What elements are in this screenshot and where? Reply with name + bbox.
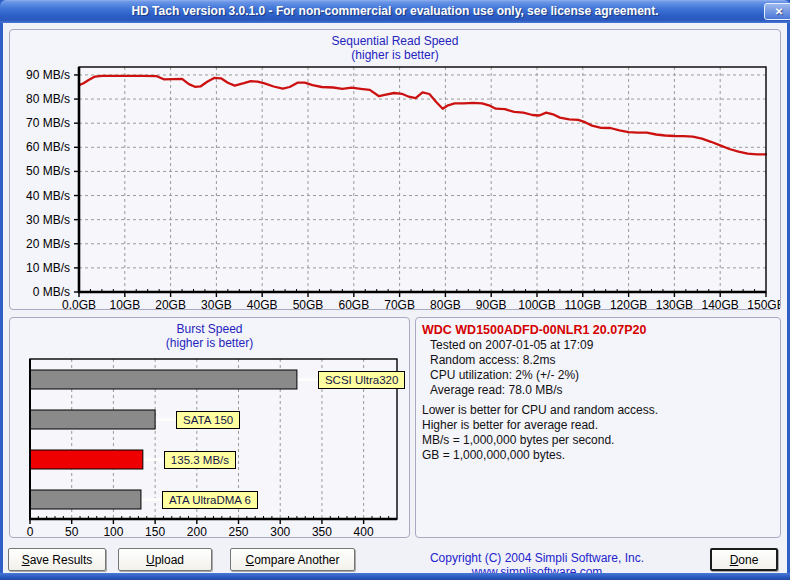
sequential-read-chart: 0 MB/s10 MB/s20 MB/s30 MB/s40 MB/s50 MB/…: [10, 30, 780, 309]
bar-label: 135.3 MB/s: [164, 451, 236, 469]
drive-info-panel: WDC WD1500ADFD-00NLR1 20.07P20 Tested on…: [415, 317, 781, 538]
svg-text:10GB: 10GB: [109, 298, 140, 309]
svg-text:10 MB/s: 10 MB/s: [26, 261, 70, 275]
bar-label: ATA UltraDMA 6: [162, 491, 258, 509]
random-access-line: Random access: 8.2ms: [422, 353, 774, 368]
svg-text:0: 0: [27, 525, 34, 537]
client-area: Sequential Read Speed (higher is better)…: [3, 23, 787, 573]
svg-text:80GB: 80GB: [430, 298, 461, 309]
svg-text:140GB: 140GB: [702, 298, 739, 309]
svg-text:110GB: 110GB: [565, 298, 601, 309]
hdtach-window: HD Tach version 3.0.1.0 - For non-commer…: [0, 0, 790, 580]
tested-on-line: Tested on 2007-01-05 at 17:09: [422, 338, 774, 353]
window-title: HD Tach version 3.0.1.0 - For non-commer…: [131, 4, 658, 18]
upload-results-button[interactable]: Upload Results: [118, 548, 212, 571]
done-button[interactable]: Done: [710, 548, 778, 571]
note-read: Higher is better for average read.: [422, 418, 774, 433]
sequential-read-panel: Sequential Read Speed (higher is better)…: [9, 29, 781, 310]
svg-text:30GB: 30GB: [201, 298, 232, 309]
svg-text:120GB: 120GB: [610, 298, 647, 309]
svg-text:0 MB/s: 0 MB/s: [33, 285, 70, 299]
close-button[interactable]: ✕: [764, 3, 790, 20]
svg-text:80 MB/s: 80 MB/s: [26, 92, 70, 106]
note-gb: GB = 1,000,000,000 bytes.: [422, 448, 774, 463]
svg-text:0,0GB: 0,0GB: [62, 298, 96, 309]
svg-text:40GB: 40GB: [247, 298, 278, 309]
svg-text:350: 350: [312, 525, 332, 537]
svg-text:250: 250: [229, 525, 249, 537]
note-cpu: Lower is better for CPU and random acces…: [422, 403, 774, 418]
svg-text:90 MB/s: 90 MB/s: [26, 68, 70, 82]
titlebar[interactable]: HD Tach version 3.0.1.0 - For non-commer…: [0, 0, 790, 23]
svg-text:40 MB/s: 40 MB/s: [26, 189, 70, 203]
svg-text:70 MB/s: 70 MB/s: [26, 116, 70, 130]
close-icon: ✕: [775, 6, 783, 17]
svg-text:50GB: 50GB: [293, 298, 324, 309]
save-results-button[interactable]: Save Results: [8, 548, 106, 571]
svg-text:100: 100: [103, 525, 123, 537]
svg-text:50 MB/s: 50 MB/s: [26, 164, 70, 178]
svg-text:50: 50: [65, 525, 79, 537]
average-read-line: Average read: 78.0 MB/s: [422, 383, 774, 398]
svg-text:400: 400: [354, 525, 374, 537]
drive-name: WDC WD1500ADFD-00NLR1 20.07P20: [422, 323, 774, 338]
note-mbs: MB/s = 1,000,000 bytes per second.: [422, 433, 774, 448]
svg-text:30 MB/s: 30 MB/s: [26, 213, 70, 227]
svg-text:60 MB/s: 60 MB/s: [26, 140, 70, 154]
svg-text:130GB: 130GB: [656, 298, 693, 309]
svg-text:150: 150: [145, 525, 165, 537]
svg-text:20GB: 20GB: [155, 298, 186, 309]
svg-text:300: 300: [270, 525, 290, 537]
bar-label: SATA 150: [176, 411, 240, 429]
bar-label: SCSI Ultra320: [318, 371, 406, 389]
svg-text:70GB: 70GB: [384, 298, 415, 309]
cpu-utilization-line: CPU utilization: 2% (+/- 2%): [422, 368, 774, 383]
svg-text:200: 200: [187, 525, 207, 537]
svg-text:90GB: 90GB: [476, 298, 507, 309]
svg-text:20 MB/s: 20 MB/s: [26, 237, 70, 251]
svg-text:150GB: 150GB: [747, 298, 780, 309]
burst-speed-panel: Burst Speed (higher is better) 050100150…: [9, 317, 410, 538]
svg-text:60GB: 60GB: [338, 298, 369, 309]
window-bottom-border: [0, 573, 790, 580]
compare-another-drive-button[interactable]: Compare Another Drive: [230, 548, 355, 571]
svg-text:100GB: 100GB: [518, 298, 555, 309]
